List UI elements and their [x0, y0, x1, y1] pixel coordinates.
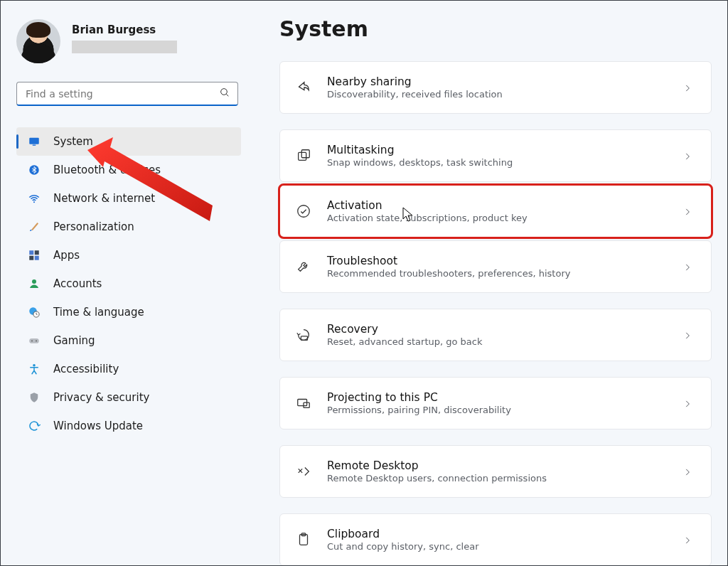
setting-title: Activation	[327, 199, 667, 212]
chevron-right-icon	[682, 262, 692, 272]
setting-remote-desktop[interactable]: Remote Desktop Remote Desktop users, con…	[279, 445, 712, 498]
user-email-placeholder	[72, 41, 177, 53]
setting-title: Projecting to this PC	[327, 391, 667, 404]
check-circle-icon	[296, 203, 311, 219]
svg-rect-13	[29, 338, 39, 343]
svg-rect-17	[299, 152, 306, 160]
display-icon	[28, 135, 41, 148]
user-meta: Brian Burgess	[72, 19, 177, 53]
apps-icon	[28, 249, 41, 262]
sidebar-item-system[interactable]: System	[16, 127, 241, 156]
sidebar-item-label: Apps	[53, 249, 80, 262]
sidebar-item-gaming[interactable]: Gaming	[16, 326, 241, 355]
setting-subtitle: Remote Desktop users, connection permiss…	[327, 473, 667, 484]
share-icon	[296, 80, 311, 95]
sidebar-item-label: Windows Update	[53, 420, 143, 432]
setting-nearby-sharing[interactable]: Nearby sharing Discoverability, received…	[279, 61, 712, 114]
svg-point-19	[298, 205, 310, 218]
recovery-icon	[296, 327, 311, 343]
svg-rect-8	[29, 256, 33, 260]
setting-activation[interactable]: Activation Activation state, subscriptio…	[279, 185, 712, 237]
page-title: System	[279, 16, 712, 41]
svg-point-10	[32, 279, 36, 284]
shield-icon	[28, 391, 41, 404]
search-box[interactable]	[16, 82, 238, 106]
sidebar-item-windows-update[interactable]: Windows Update	[16, 412, 241, 440]
setting-title: Multitasking	[327, 144, 667, 156]
svg-rect-18	[301, 150, 309, 158]
setting-multitasking[interactable]: Multitasking Snap windows, desktops, tas…	[279, 129, 712, 182]
svg-rect-6	[29, 250, 33, 255]
setting-subtitle: Cut and copy history, sync, clear	[327, 541, 667, 552]
svg-point-5	[33, 201, 35, 203]
sidebar-item-label: Time & language	[53, 306, 144, 319]
setting-subtitle: Permissions, pairing PIN, discoverabilit…	[327, 405, 667, 415]
user-name: Brian Burgess	[72, 23, 177, 36]
settings-list: Nearby sharing Discoverability, received…	[279, 61, 712, 566]
sidebar-item-label: Privacy & security	[53, 391, 149, 404]
chevron-right-icon	[682, 466, 692, 476]
sidebar-item-label: System	[53, 135, 93, 148]
remote-desktop-icon	[296, 464, 311, 479]
chevron-right-icon	[682, 535, 692, 545]
nav-list: System Bluetooth & devices Network & int…	[16, 127, 241, 440]
clipboard-icon	[296, 532, 311, 548]
chevron-right-icon	[682, 398, 692, 408]
sidebar-item-privacy[interactable]: Privacy & security	[16, 383, 241, 412]
svg-point-16	[33, 364, 36, 367]
search-icon	[219, 87, 230, 101]
svg-rect-2	[29, 138, 39, 144]
wrench-icon	[296, 259, 311, 274]
accessibility-icon	[28, 363, 41, 375]
sidebar-item-bluetooth[interactable]: Bluetooth & devices	[16, 156, 241, 184]
setting-title: Nearby sharing	[327, 75, 667, 88]
search-input[interactable]	[24, 87, 219, 100]
chevron-right-icon	[682, 330, 692, 340]
setting-projecting[interactable]: Projecting to this PC Permissions, pairi…	[279, 377, 712, 429]
main-content: System Nearby sharing Discoverability, r…	[279, 16, 712, 565]
gamepad-icon	[28, 334, 41, 347]
sidebar-item-label: Accessibility	[53, 363, 119, 375]
chevron-right-icon	[682, 82, 692, 92]
projecting-icon	[296, 395, 311, 411]
bluetooth-icon	[28, 164, 41, 176]
setting-title: Troubleshoot	[327, 255, 667, 267]
sidebar-item-label: Accounts	[53, 277, 102, 290]
chevron-right-icon	[682, 206, 692, 216]
setting-subtitle: Activation state, subscriptions, product…	[327, 213, 667, 223]
sidebar-item-label: Personalization	[53, 220, 134, 233]
globe-clock-icon	[28, 306, 41, 319]
paintbrush-icon	[28, 220, 41, 233]
setting-clipboard[interactable]: Clipboard Cut and copy history, sync, cl…	[279, 513, 712, 566]
setting-title: Remote Desktop	[327, 459, 667, 472]
avatar	[16, 19, 60, 63]
sidebar-item-label: Gaming	[53, 334, 95, 347]
svg-rect-7	[35, 250, 39, 255]
sidebar-item-label: Network & internet	[53, 192, 155, 205]
setting-subtitle: Recommended troubleshooters, preferences…	[327, 268, 667, 279]
sync-icon	[28, 420, 41, 432]
svg-rect-3	[33, 145, 36, 146]
sidebar-item-label: Bluetooth & devices	[53, 164, 161, 176]
multitasking-icon	[296, 148, 311, 164]
sidebar-item-personalization[interactable]: Personalization	[16, 213, 241, 241]
setting-subtitle: Snap windows, desktops, task switching	[327, 157, 667, 168]
setting-recovery[interactable]: Recovery Reset, advanced startup, go bac…	[279, 309, 712, 361]
svg-point-0	[221, 88, 228, 95]
sidebar-item-network[interactable]: Network & internet	[16, 184, 241, 213]
sidebar-item-time-language[interactable]: Time & language	[16, 298, 241, 326]
setting-title: Clipboard	[327, 528, 667, 540]
svg-point-14	[31, 340, 33, 341]
chevron-right-icon	[682, 151, 692, 161]
mouse-cursor-icon	[402, 207, 414, 223]
sidebar-item-apps[interactable]: Apps	[16, 241, 241, 269]
sidebar-item-accessibility[interactable]: Accessibility	[16, 355, 241, 383]
sidebar-item-accounts[interactable]: Accounts	[16, 269, 241, 298]
account-header[interactable]: Brian Burgess	[16, 19, 241, 63]
svg-line-1	[226, 94, 228, 96]
sidebar: Brian Burgess System Bluetooth & devices	[1, 1, 251, 565]
setting-troubleshoot[interactable]: Troubleshoot Recommended troubleshooters…	[279, 240, 712, 293]
wifi-icon	[28, 192, 41, 205]
setting-subtitle: Discoverability, received files location	[327, 89, 667, 100]
svg-rect-9	[35, 256, 39, 260]
